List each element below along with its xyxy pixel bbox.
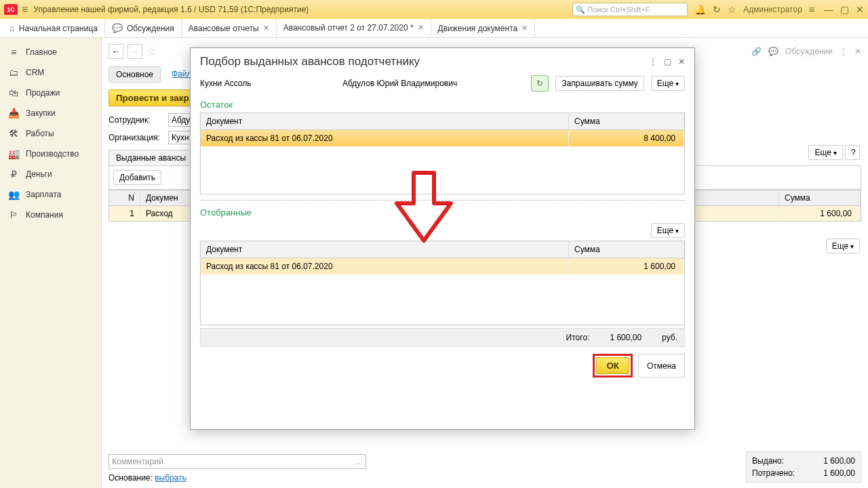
ok-button[interactable]: ОК (596, 357, 629, 374)
home-icon: ⌂ (9, 23, 15, 33)
window-max-icon[interactable]: ▢ (840, 4, 849, 15)
dialog-more-icon[interactable]: ⋮ (649, 57, 657, 66)
basis-label: Основание: (108, 473, 153, 483)
tab-label: Движения документа (438, 24, 518, 33)
tab-advance-report[interactable]: Авансовый отчет 2 от 27.07.2020 * ✕ (277, 19, 431, 37)
dialog-max-icon[interactable]: ▢ (664, 57, 671, 66)
tools-icon: 🛠 (8, 128, 19, 139)
menu-icon[interactable]: ≡ (22, 3, 28, 16)
back-button[interactable]: ← (108, 44, 123, 59)
total-currency: руб. (662, 333, 677, 342)
files-link[interactable]: Файл (172, 66, 192, 83)
sidebar-item-money[interactable]: ₽Деньги (0, 164, 101, 184)
cell-sum: 8 400,00 (569, 130, 684, 146)
dialog-close-icon[interactable]: ✕ (678, 57, 685, 66)
more-button[interactable]: Еще (808, 145, 842, 160)
add-button[interactable]: Добавить (113, 170, 161, 185)
sidebar-item-label: CRM (26, 68, 44, 77)
global-search[interactable]: 🔍 Поиск Ctrl+Shift+F (572, 3, 688, 16)
app-logo: 1C (4, 4, 18, 15)
sidebar-item-production[interactable]: 🏭Производство (0, 144, 101, 164)
window-min-icon[interactable]: — (824, 4, 833, 15)
sidebar-item-label: Работы (26, 129, 54, 138)
dialog-more-button[interactable]: Еще (651, 76, 685, 91)
folder-icon: 🗂 (8, 67, 19, 78)
th-doc: Документ (201, 113, 569, 129)
subtab-advances[interactable]: Выданные авансы (109, 150, 193, 165)
sidebar-item-label: Продажи (26, 88, 60, 98)
link-icon[interactable]: 🔗 (751, 47, 762, 56)
app-title: Управление нашей фирмой, редакция 1.6 / … (33, 5, 309, 14)
ellipsis-icon[interactable]: … (355, 457, 363, 466)
tab-label: Начальная страница (19, 24, 98, 33)
sidebar-item-label: Главное (26, 47, 57, 57)
cell-n: 1 (109, 206, 140, 221)
th-doc: Документ (201, 241, 569, 258)
cell-doc: Расход из кассы 81 от 06.07.2020 (201, 258, 569, 274)
selected-table: Документ Сумма Расход из кассы 81 от 06.… (200, 241, 685, 325)
sidebar-item-company[interactable]: 🏳Компания (0, 205, 101, 225)
forward-button[interactable]: → (127, 44, 142, 59)
post-and-close-button[interactable]: Провести и закр (108, 89, 197, 106)
ruble-icon: ₽ (8, 169, 19, 180)
filter-icon[interactable]: ≡ (809, 4, 814, 15)
selected-row[interactable]: Расход из кассы 81 от 06.07.2020 1 600,0… (201, 258, 684, 274)
issued-value: 1 600,00 (823, 456, 855, 466)
favorite-icon[interactable]: ☆ (146, 44, 157, 59)
spent-label: Потрачено: (752, 468, 795, 478)
sub-tabs: Выданные авансы (108, 150, 194, 165)
more-button[interactable]: Еще (826, 239, 860, 253)
cancel-button[interactable]: Отмена (638, 354, 685, 378)
sidebar-item-sales[interactable]: 🛍Продажи (0, 83, 101, 103)
help-button[interactable]: ? (845, 145, 860, 160)
close-icon[interactable]: ✕ (521, 24, 528, 33)
sidebar-item-label: Деньги (26, 169, 52, 179)
comment-field[interactable]: Комментарий … (108, 454, 366, 469)
th-sum: Сумма (779, 190, 861, 205)
tab-label: Обсуждения (127, 24, 174, 33)
tab-home[interactable]: ⌂ Начальная страница (3, 19, 105, 37)
main-tab-link[interactable]: Основное (108, 66, 161, 83)
tab-document-movements[interactable]: Движения документа ✕ (431, 19, 536, 37)
close-icon[interactable]: ✕ (263, 24, 269, 33)
sidebar-item-label: Компания (26, 210, 63, 220)
sidebar-item-label: Зарплата (26, 190, 62, 199)
dialog-title: Подбор выданных авансов подотчетнику (200, 55, 420, 68)
sidebar-item-works[interactable]: 🛠Работы (0, 123, 101, 144)
th-sum: Сумма (569, 241, 684, 258)
tab-discussions[interactable]: 💬 Обсуждения (105, 19, 182, 37)
chat-icon[interactable]: 💬 (768, 47, 778, 56)
tab-label: Авансовые отчеты (189, 24, 259, 33)
bell-icon[interactable]: 🔔 (694, 4, 706, 15)
history-icon[interactable]: ↻ (713, 4, 721, 15)
sidebar-item-purchases[interactable]: 📥Закупки (0, 103, 101, 123)
list-icon: ≡ (8, 47, 19, 58)
sidebar-item-main[interactable]: ≡Главное (0, 42, 101, 62)
dialog-company: Кухни Ассоль (200, 79, 336, 88)
spent-value: 1 600,00 (823, 468, 855, 478)
tab-advances-list[interactable]: Авансовые отчеты ✕ (182, 19, 277, 37)
window-close-icon[interactable]: ✕ (856, 4, 864, 15)
discuss-link[interactable]: Обсуждение (785, 47, 833, 56)
close-icon[interactable]: ✕ (854, 47, 861, 56)
remain-row[interactable]: Расход из кассы 81 от 06.07.2020 8 400,0… (201, 130, 684, 146)
th-sum: Сумма (569, 113, 684, 129)
basis-link[interactable]: выбрать (155, 470, 186, 483)
cell-sum: 1 600,00 (779, 206, 861, 221)
comment-placeholder: Комментарий (112, 457, 163, 466)
request-sum-button[interactable]: Запрашивать сумму (555, 76, 644, 91)
sidebar-item-salary[interactable]: 👥Зарплата (0, 184, 101, 205)
total-label: Итого: (566, 333, 590, 342)
dialog-person: Абдулов Юрий Владимирович (342, 79, 524, 88)
refresh-button[interactable]: ↻ (531, 75, 549, 92)
sidebar-item-crm[interactable]: 🗂CRM (0, 62, 101, 83)
arrow-annotation (393, 169, 454, 244)
user-label[interactable]: Администратор (743, 5, 802, 14)
star-icon[interactable]: ☆ (728, 4, 736, 15)
close-icon[interactable]: ✕ (418, 23, 424, 32)
sidebar-item-label: Производство (26, 149, 79, 159)
total-row: Итого: 1 600,00 руб. (200, 328, 685, 347)
more-icon[interactable]: ⋮ (840, 47, 848, 56)
tabbar: ⌂ Начальная страница 💬 Обсуждения Авансо… (0, 19, 868, 38)
selected-more-button[interactable]: Еще (651, 223, 685, 238)
